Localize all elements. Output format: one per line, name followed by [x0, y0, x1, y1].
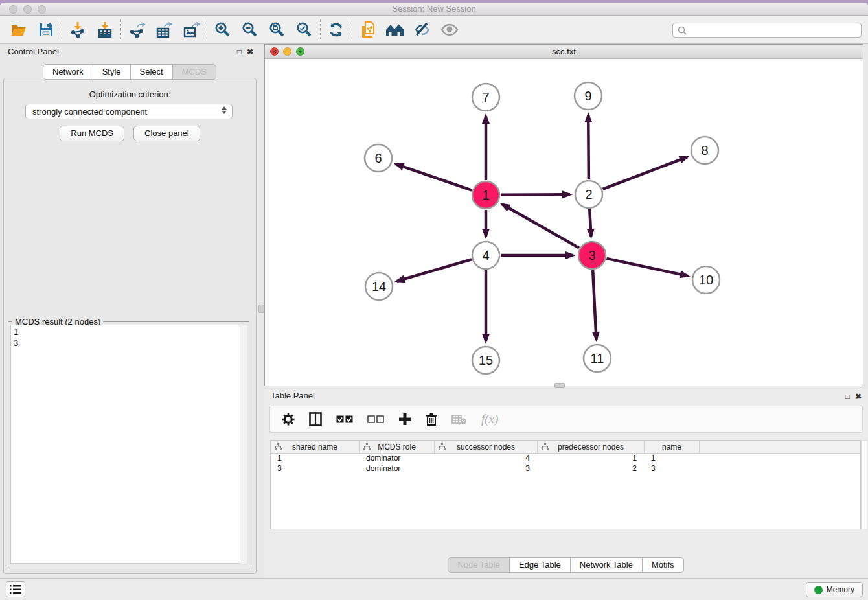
graph-edge-4-14[interactable] — [397, 259, 472, 281]
table-row[interactable]: 3 dominator 3 2 3 — [271, 464, 860, 474]
graph-edge-2-8[interactable] — [603, 157, 687, 189]
control-panel-close-button[interactable]: ✖ — [247, 48, 253, 56]
column-header-predecessor-nodes[interactable]: predecessor nodes — [538, 441, 645, 453]
search-input[interactable] — [687, 25, 861, 36]
zoom-in-button[interactable] — [209, 18, 236, 41]
tab-motifs[interactable]: Motifs — [642, 557, 684, 573]
network-canvas[interactable]: 7968124314101511 — [265, 60, 863, 386]
checked-boxes-icon — [336, 415, 353, 424]
status-bar: Memory — [0, 578, 868, 600]
graph-edge-3-10[interactable] — [606, 259, 687, 276]
zoom-out-button[interactable] — [236, 18, 264, 41]
table-tabs: Node Table Edge Table Network Table Moti… — [264, 557, 868, 573]
run-mcds-button[interactable]: Run MCDS — [60, 126, 124, 141]
control-panel: Control Panel □ ✖ Network Style Select M… — [0, 44, 260, 578]
toolbar-separator — [352, 19, 352, 40]
splitter-handle[interactable] — [258, 305, 264, 313]
network-view-window: ✕ – + scc.txt 7968124314101511 — [264, 44, 863, 386]
criterion-value: strongly connected component — [32, 107, 147, 117]
graph-node-label-10: 10 — [699, 273, 713, 287]
tab-edge-table[interactable]: Edge Table — [509, 557, 571, 573]
open-file-button[interactable] — [5, 18, 32, 41]
result-scrollbar[interactable] — [240, 325, 247, 564]
splitter-handle-horizontal[interactable] — [554, 383, 565, 388]
graph-edge-2-3[interactable] — [589, 209, 591, 237]
table-scrollbar[interactable] — [861, 440, 867, 529]
show-column-panel-button[interactable] — [309, 410, 322, 429]
plus-icon — [398, 413, 411, 426]
table-row[interactable]: 1 dominator 4 1 1 — [271, 454, 860, 464]
memory-status-icon — [814, 586, 823, 594]
column-header-successor-nodes[interactable]: successor nodes — [435, 441, 538, 453]
task-history-button[interactable] — [6, 581, 25, 597]
mcds-result-text[interactable]: 1 3 — [10, 325, 247, 564]
graph-node-label-3: 3 — [588, 248, 595, 262]
slashed-eye-icon — [414, 21, 431, 38]
dropdown-stepper-icon — [222, 106, 227, 114]
unselect-all-columns-button[interactable] — [367, 410, 384, 429]
create-column-button[interactable] — [398, 410, 411, 429]
search-field[interactable] — [672, 23, 862, 38]
column-header-mcds-role[interactable]: MCDS role — [360, 441, 435, 453]
graph-node-label-11: 11 — [591, 351, 604, 365]
column-header-shared-name[interactable]: shared name — [271, 441, 360, 453]
apply-layout-button[interactable] — [323, 18, 350, 41]
graph-edge-1-2[interactable] — [501, 194, 570, 195]
table-panel-close-button[interactable]: ✖ — [855, 393, 862, 400]
table-panel-float-button[interactable]: □ — [845, 393, 850, 400]
first-neighbors-button[interactable] — [382, 18, 409, 41]
tab-network-table[interactable]: Network Table — [570, 557, 643, 573]
tab-network[interactable]: Network — [43, 64, 93, 80]
import-network-icon — [69, 21, 86, 38]
select-all-columns-button[interactable] — [336, 410, 353, 429]
export-image-button[interactable] — [177, 18, 205, 41]
tab-style[interactable]: Style — [93, 64, 131, 80]
table-options-button[interactable] — [282, 410, 295, 429]
tab-select[interactable]: Select — [130, 64, 173, 80]
graph-edge-2-9[interactable] — [588, 115, 589, 179]
clone-network-button[interactable] — [354, 18, 382, 41]
import-table-button[interactable] — [91, 18, 119, 41]
delete-table-icon — [451, 414, 467, 424]
export-image-icon — [183, 21, 200, 38]
tab-mcds[interactable]: MCDS — [172, 64, 216, 80]
control-panel-title: Control Panel — [8, 47, 59, 56]
export-table-button[interactable] — [150, 18, 177, 41]
graph-edge-1-6[interactable] — [396, 164, 472, 190]
trash-icon — [426, 413, 437, 426]
network-view-titlebar: ✕ – + scc.txt — [265, 45, 863, 59]
graph-node-label-9: 9 — [584, 89, 591, 103]
function-builder-button[interactable]: f(x) — [481, 410, 498, 429]
graphics-details-button[interactable] — [436, 18, 463, 41]
graph-edge-3-11[interactable] — [593, 270, 596, 340]
clone-network-icon — [360, 21, 376, 39]
export-network-button[interactable] — [123, 18, 150, 41]
control-panel-float-button[interactable]: □ — [237, 48, 242, 56]
close-panel-button[interactable]: Close panel — [133, 126, 200, 141]
column-type-icon — [542, 443, 549, 450]
column-header-name[interactable]: name — [645, 441, 700, 453]
import-network-button[interactable] — [64, 18, 91, 41]
column-type-icon — [275, 443, 282, 450]
toolbar-separator — [207, 19, 207, 40]
criterion-dropdown[interactable]: strongly connected component — [25, 104, 233, 119]
graph-edge-3-1[interactable] — [502, 204, 579, 248]
delete-table-button[interactable] — [451, 410, 467, 429]
window-title: Session: New Session — [0, 4, 868, 14]
hide-annotations-button[interactable] — [409, 18, 436, 41]
graph-node-label-2: 2 — [585, 187, 592, 202]
zoom-selected-button[interactable] — [291, 18, 318, 41]
zoom-in-icon — [214, 21, 231, 38]
memory-button[interactable]: Memory — [806, 582, 863, 597]
columns-icon — [309, 412, 322, 426]
control-panel-tabs: Network Style Select MCDS — [0, 64, 260, 80]
tab-node-table[interactable]: Node Table — [448, 557, 510, 573]
import-table-icon — [97, 21, 113, 38]
delete-columns-button[interactable] — [426, 410, 437, 429]
save-session-button[interactable] — [32, 18, 60, 41]
network-graph[interactable]: 7968124314101511 — [265, 60, 863, 386]
graph-node-label-7: 7 — [482, 90, 489, 104]
edge-layer — [396, 115, 687, 341]
toolbar-separator — [320, 19, 321, 40]
zoom-fit-button[interactable] — [264, 18, 291, 41]
